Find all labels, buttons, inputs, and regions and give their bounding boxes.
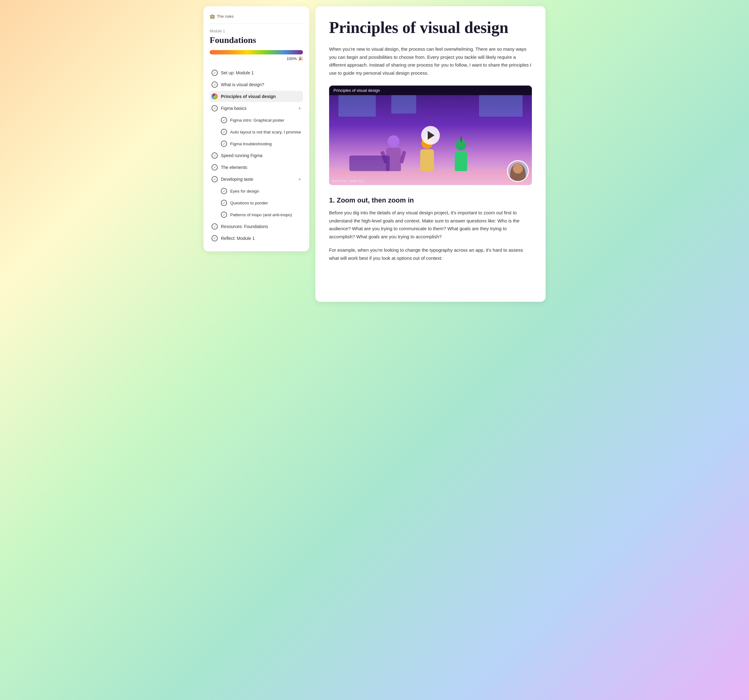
video-container[interactable]: Principles of visual design (329, 86, 532, 185)
check-icon-figma-intro: ✓ (221, 117, 227, 123)
lesson-item-taste[interactable]: ✓ Developing taste ∧ (209, 174, 303, 185)
lesson-label-questions: Questions to ponder (230, 201, 268, 205)
check-icon-auto-layout: ✓ (221, 129, 227, 135)
lesson-item-auto-layout[interactable]: ✓ Auto layout is not that scary, I promi… (209, 126, 303, 138)
lesson-list: ✓ Set up: Module 1 ✓ What is visual desi… (209, 67, 303, 244)
page-title: Principles of visual design (329, 19, 532, 37)
check-icon-what-is: ✓ (211, 81, 218, 88)
check-icon-reflect: ✓ (211, 235, 218, 241)
sidebar-divider (209, 24, 303, 24)
expand-icon-figma-basics: ∧ (298, 106, 301, 110)
lesson-item-figma-intro[interactable]: ✓ Figma intro: Graphical poster (209, 115, 303, 126)
video-thumbnail[interactable]: from Pixar / Inside Out (329, 86, 532, 185)
check-icon-resources: ✓ (211, 223, 218, 229)
check-icon-eyes: ✓ (221, 188, 227, 194)
expand-icon-taste: ∧ (298, 177, 301, 181)
app-container: 🏫 The rules Module 1 Foundations 100% 🎉 … (203, 6, 546, 302)
lesson-label-patterns: Patterns of inspo (and anti-inspo) (230, 212, 292, 217)
module-title: Foundations (209, 35, 303, 45)
scene-window-right (479, 95, 523, 117)
breadcrumb: 🏫 The rules (209, 14, 303, 19)
scene-window-left (338, 95, 376, 117)
scene-window-mid (391, 95, 416, 113)
section1-heading: 1. Zoom out, then zoom in (329, 196, 532, 205)
play-triangle (428, 131, 434, 140)
lesson-label-figma-intro: Figma intro: Graphical poster (230, 118, 284, 122)
check-icon-principles: ✓ (211, 93, 218, 99)
scene-console (349, 156, 390, 171)
check-icon-taste: ✓ (211, 176, 218, 182)
lesson-label-reflect: Reflect: Module 1 (221, 236, 255, 241)
presenter-head (513, 164, 523, 174)
lesson-item-what-is[interactable]: ✓ What is visual design? (209, 79, 303, 90)
intro-text: When you're new to visual design, the pr… (329, 45, 532, 77)
lesson-item-speed-running[interactable]: ✓ Speed running Figma (209, 150, 303, 161)
lesson-item-resources[interactable]: ✓ Resources: Foundations (209, 221, 303, 232)
lesson-label-figma-troubleshoot: Figma troubleshooting (230, 142, 272, 146)
lesson-label-speed-running: Speed running Figma (221, 153, 263, 158)
check-icon-speed-running: ✓ (211, 153, 218, 159)
check-icon-elements: ✓ (211, 164, 218, 171)
check-icon-setup: ✓ (211, 70, 218, 76)
play-button[interactable] (421, 126, 440, 145)
lesson-label-setup: Set up: Module 1 (221, 70, 254, 75)
progress-bar (209, 50, 303, 55)
check-icon-figma-troubleshoot: ✓ (221, 141, 227, 147)
lesson-item-questions[interactable]: ✓ Questions to ponder (209, 197, 303, 208)
scene-floor (329, 170, 532, 185)
presenter-avatar (507, 160, 529, 182)
lesson-label-what-is: What is visual design? (221, 82, 264, 87)
lesson-item-principles[interactable]: ✓ Principles of visual design (209, 91, 303, 102)
lesson-item-figma-troubleshoot[interactable]: ✓ Figma troubleshooting (209, 138, 303, 149)
section1-p2: For example, when you're looking to chan… (329, 246, 532, 262)
lesson-label-taste: Developing taste (221, 177, 253, 182)
lesson-label-eyes: Eyes for design (230, 189, 259, 194)
video-label: Principles of visual design (329, 86, 532, 95)
character-green (455, 140, 467, 171)
video-attribution: from Pixar / Inside Out (332, 179, 363, 183)
lesson-label-figma-basics: Figma basics (221, 106, 246, 111)
main-content: Principles of visual design When you're … (315, 6, 546, 302)
lesson-item-figma-basics[interactable]: ✓ Figma basics ∧ (209, 103, 303, 114)
lesson-label-principles: Principles of visual design (221, 94, 276, 99)
lesson-item-eyes[interactable]: ✓ Eyes for design (209, 185, 303, 197)
check-icon-questions: ✓ (221, 200, 227, 206)
lesson-item-patterns[interactable]: ✓ Patterns of inspo (and anti-inspo) (209, 209, 303, 220)
breadcrumb-icon: 🏫 (209, 14, 215, 19)
lesson-item-setup[interactable]: ✓ Set up: Module 1 (209, 67, 303, 78)
lesson-item-reflect[interactable]: ✓ Reflect: Module 1 (209, 233, 303, 244)
progress-text: 100% 🎉 (209, 56, 303, 61)
video-scene: from Pixar / Inside Out (329, 86, 532, 185)
lesson-label-auto-layout: Auto layout is not that scary, I promise (230, 130, 301, 134)
check-icon-figma-basics: ✓ (211, 105, 218, 112)
breadcrumb-text: The rules (217, 14, 234, 19)
check-icon-patterns: ✓ (221, 212, 227, 218)
lesson-label-elements: The elements (221, 165, 247, 170)
sidebar: 🏫 The rules Module 1 Foundations 100% 🎉 … (203, 6, 309, 251)
module-label: Module 1 (209, 29, 303, 33)
section1-p1: Before you dig into the details of any v… (329, 209, 532, 240)
lesson-label-resources: Resources: Foundations (221, 224, 268, 229)
lesson-item-elements[interactable]: ✓ The elements (209, 162, 303, 173)
